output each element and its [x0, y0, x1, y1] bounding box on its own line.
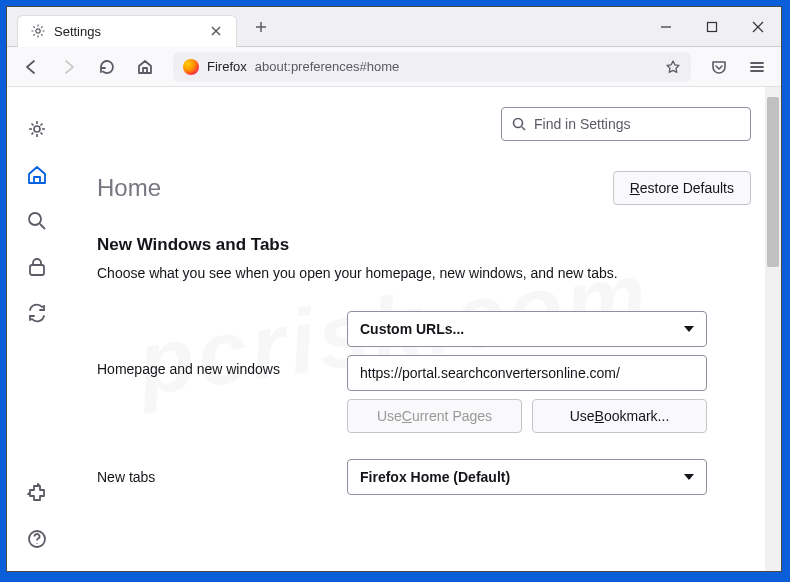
sidebar-item-help[interactable]: [25, 527, 49, 551]
svg-rect-4: [30, 265, 44, 275]
sidebar-item-extensions[interactable]: [25, 481, 49, 505]
search-placeholder: Find in Settings: [534, 116, 631, 132]
page-heading: Home: [97, 174, 161, 202]
close-button[interactable]: [735, 7, 781, 47]
menu-button[interactable]: [741, 51, 773, 83]
nav-toolbar: Firefox about:preferences#home: [7, 47, 781, 87]
chevron-down-icon: [684, 326, 694, 332]
homepage-mode-select[interactable]: Custom URLs...: [347, 311, 707, 347]
svg-point-2: [34, 126, 40, 132]
url-brand: Firefox: [207, 59, 247, 74]
newtabs-value: Firefox Home (Default): [360, 469, 510, 485]
new-tab-button[interactable]: [247, 13, 275, 41]
tab-settings[interactable]: Settings: [17, 15, 237, 47]
url-text: about:preferences#home: [255, 59, 657, 74]
sidebar-item-home[interactable]: [25, 163, 49, 187]
sidebar-item-privacy[interactable]: [25, 255, 49, 279]
tab-title: Settings: [54, 24, 208, 39]
minimize-button[interactable]: [643, 7, 689, 47]
back-button[interactable]: [15, 51, 47, 83]
browser-window: Settings Firefox about: [6, 6, 782, 572]
find-in-settings-input[interactable]: Find in Settings: [501, 107, 751, 141]
window-controls: [643, 7, 781, 47]
svg-point-6: [514, 119, 523, 128]
section-title: New Windows and Tabs: [97, 235, 751, 255]
pocket-button[interactable]: [703, 51, 735, 83]
svg-point-0: [36, 29, 40, 33]
homepage-mode-value: Custom URLs...: [360, 321, 464, 337]
homepage-label: Homepage and new windows: [97, 311, 347, 377]
gear-icon: [30, 23, 46, 39]
svg-point-3: [29, 213, 41, 225]
settings-sidebar: [7, 87, 67, 571]
sidebar-item-sync[interactable]: [25, 301, 49, 325]
svg-rect-1: [708, 22, 717, 31]
sidebar-item-search[interactable]: [25, 209, 49, 233]
reload-button[interactable]: [91, 51, 123, 83]
newtabs-label: New tabs: [97, 469, 347, 485]
forward-button[interactable]: [53, 51, 85, 83]
maximize-button[interactable]: [689, 7, 735, 47]
homepage-url-input[interactable]: [347, 355, 707, 391]
newtabs-select[interactable]: Firefox Home (Default): [347, 459, 707, 495]
content-area: pcrisk.com: [7, 87, 781, 571]
url-bar[interactable]: Firefox about:preferences#home: [173, 52, 691, 82]
sidebar-item-general[interactable]: [25, 117, 49, 141]
firefox-icon: [183, 59, 199, 75]
scrollbar-thumb[interactable]: [767, 97, 779, 267]
settings-main: Find in Settings Home Restore Defaults N…: [67, 87, 781, 571]
restore-defaults-button[interactable]: Restore Defaults: [613, 171, 751, 205]
tab-close-button[interactable]: [208, 23, 224, 39]
use-current-pages-button[interactable]: Use Current Pages: [347, 399, 522, 433]
chevron-down-icon: [684, 474, 694, 480]
bookmark-star-icon[interactable]: [665, 59, 681, 75]
use-bookmark-button[interactable]: Use Bookmark...: [532, 399, 707, 433]
vertical-scrollbar[interactable]: [765, 87, 781, 571]
section-description: Choose what you see when you open your h…: [97, 265, 751, 281]
home-button[interactable]: [129, 51, 161, 83]
titlebar: Settings: [7, 7, 781, 47]
